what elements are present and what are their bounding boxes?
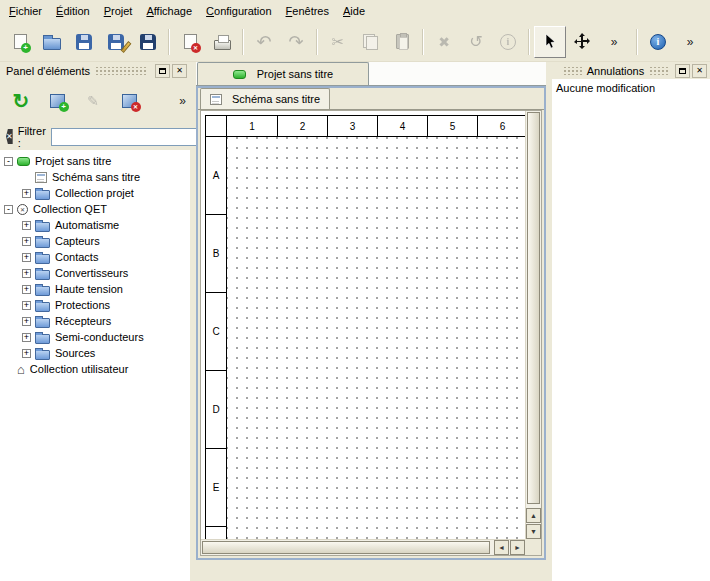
cut-button[interactable] xyxy=(322,26,354,58)
toolbar-overflow-button[interactable]: » xyxy=(598,26,630,58)
tree-item-label: Schéma sans titre xyxy=(52,171,140,183)
expander-icon[interactable]: + xyxy=(22,221,31,230)
project-tab[interactable]: Projet sans titre xyxy=(197,62,369,85)
dock-grip[interactable] xyxy=(563,67,582,75)
element-info-button[interactable] xyxy=(492,26,524,58)
project-icon xyxy=(233,70,246,79)
rotate-button[interactable] xyxy=(460,26,492,58)
undo-list-item[interactable]: Aucune modification xyxy=(552,79,710,96)
menu-fenetres[interactable]: Fenêtres xyxy=(279,2,336,20)
v-scroll-up-button[interactable] xyxy=(526,508,541,523)
tree-item-sources[interactable]: + Sources xyxy=(0,345,190,361)
new-element-button[interactable] xyxy=(42,86,72,116)
select-tool-button[interactable] xyxy=(534,26,566,58)
menu-configuration[interactable]: Configuration xyxy=(199,2,278,20)
expander-icon[interactable]: + xyxy=(22,189,31,198)
folder-icon xyxy=(35,222,50,232)
dot-grid[interactable] xyxy=(227,137,525,539)
menu-projet[interactable]: Projet xyxy=(97,2,140,20)
v-scroll-thumb[interactable] xyxy=(527,112,540,504)
h-scroll-left-button[interactable] xyxy=(494,540,509,555)
pan-tool-button[interactable] xyxy=(566,26,598,58)
reload-collections-button[interactable] xyxy=(6,86,36,116)
paste-icon xyxy=(396,34,409,49)
expander-icon[interactable]: + xyxy=(22,285,31,294)
expander-icon[interactable]: + xyxy=(22,237,31,246)
project-tabbar: Projet sans titre xyxy=(196,62,546,86)
select-arrow-icon xyxy=(543,34,558,50)
ruler-row-label: C xyxy=(206,293,226,371)
menu-fichier[interactable]: Fichier xyxy=(2,2,49,20)
delete-button[interactable] xyxy=(428,26,460,58)
panel-overflow-button[interactable]: » xyxy=(179,94,186,108)
paste-button[interactable] xyxy=(386,26,418,58)
new-file-button[interactable] xyxy=(4,26,36,58)
open-project-button[interactable] xyxy=(36,26,68,58)
menu-edition[interactable]: Édition xyxy=(49,2,97,20)
tree-item-collection-qet[interactable]: - Collection QET xyxy=(0,201,190,217)
tree-item-recepteurs[interactable]: + Récepteurs xyxy=(0,313,190,329)
tree-item-convertisseurs[interactable]: + Convertisseurs xyxy=(0,265,190,281)
tree-item-automatisme[interactable]: + Automatisme xyxy=(0,217,190,233)
save-button[interactable] xyxy=(68,26,100,58)
folder-icon xyxy=(35,270,50,280)
tree-item-contacts[interactable]: + Contacts xyxy=(0,249,190,265)
toolbar-separator xyxy=(242,29,244,55)
undo-panel-close-button[interactable] xyxy=(692,64,707,78)
close-file-button[interactable] xyxy=(174,26,206,58)
diagram-paper[interactable]: 1 2 3 4 5 6 A B C D xyxy=(205,115,525,539)
expander-icon[interactable]: + xyxy=(22,349,31,358)
tree-item-schema[interactable]: Schéma sans titre xyxy=(0,169,190,185)
copy-icon xyxy=(363,34,378,50)
h-scroll-thumb[interactable] xyxy=(202,541,490,554)
save-as-button[interactable] xyxy=(100,26,132,58)
expander-icon[interactable]: + xyxy=(22,269,31,278)
copy-button[interactable] xyxy=(354,26,386,58)
v-scroll-down-button[interactable] xyxy=(526,524,541,539)
elements-tree: - Projet sans titre Schéma sans titre + … xyxy=(0,150,190,581)
schema-tab[interactable]: Schéma sans titre xyxy=(200,88,330,109)
save-all-icon xyxy=(140,34,156,50)
tree-item-label: Collection QET xyxy=(33,203,107,215)
elements-panel-float-button[interactable] xyxy=(155,64,170,78)
horizontal-scrollbar[interactable] xyxy=(201,539,525,555)
diagram-canvas[interactable]: 1 2 3 4 5 6 A B C D xyxy=(201,111,525,539)
tree-item-project[interactable]: - Projet sans titre xyxy=(0,153,190,169)
toolbar-overflow-button-2[interactable]: » xyxy=(674,26,706,58)
about-button[interactable] xyxy=(642,26,674,58)
dock-grip[interactable] xyxy=(649,67,668,75)
expander-icon[interactable]: + xyxy=(22,253,31,262)
tree-item-semi-conducteurs[interactable]: + Semi-conducteurs xyxy=(0,329,190,345)
project-window: Schéma sans titre 1 2 3 4 5 xyxy=(196,86,546,560)
vertical-scrollbar[interactable] xyxy=(525,111,541,539)
clear-filter-button[interactable] xyxy=(6,129,13,144)
menu-affichage[interactable]: Affichage xyxy=(139,2,199,20)
tree-item-capteurs[interactable]: + Capteurs xyxy=(0,233,190,249)
expander-icon[interactable]: + xyxy=(22,317,31,326)
tree-item-label: Collection utilisateur xyxy=(30,363,128,375)
undo-button[interactable] xyxy=(248,26,280,58)
redo-button[interactable] xyxy=(280,26,312,58)
print-button[interactable] xyxy=(206,26,238,58)
expander-icon[interactable]: + xyxy=(22,301,31,310)
delete-element-button[interactable] xyxy=(114,86,144,116)
tree-item-collection-utilisateur[interactable]: Collection utilisateur xyxy=(0,361,190,377)
filter-input[interactable] xyxy=(51,128,201,146)
tree-item-collection-projet[interactable]: + Collection projet xyxy=(0,185,190,201)
expander-icon[interactable]: + xyxy=(22,333,31,342)
ruler-col-label: 2 xyxy=(277,116,327,136)
elements-panel-close-button[interactable] xyxy=(172,64,187,78)
tree-item-label: Collection projet xyxy=(55,187,134,199)
undo-panel-titlebar: Annulations xyxy=(552,62,710,79)
h-scroll-right-button[interactable] xyxy=(510,540,525,555)
tree-item-haute-tension[interactable]: + Haute tension xyxy=(0,281,190,297)
save-all-button[interactable] xyxy=(132,26,164,58)
expander-icon[interactable]: - xyxy=(4,205,13,214)
dock-grip[interactable] xyxy=(95,67,148,75)
undo-panel-float-button[interactable] xyxy=(675,64,690,78)
project-tab-label: Projet sans titre xyxy=(257,68,333,80)
tree-item-protections[interactable]: + Protections xyxy=(0,297,190,313)
menu-aide[interactable]: Aide xyxy=(336,2,372,20)
edit-element-button[interactable] xyxy=(78,86,108,116)
expander-icon[interactable]: - xyxy=(4,157,13,166)
